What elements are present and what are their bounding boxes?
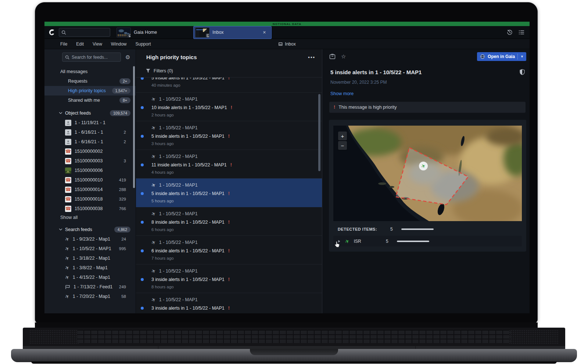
message-row[interactable]: ✈1 - 10/5/22 - MAP1 3 inside alerts in 1…: [136, 293, 322, 313]
jet-icon: ✈: [150, 239, 157, 246]
notional-data-banner: NOTIONAL DATA: [44, 22, 530, 26]
jet-icon: ✈: [64, 255, 70, 262]
isr-jet-icon: ✈: [344, 238, 350, 245]
object-feed-item[interactable]: ☎15100000014288: [44, 185, 136, 194]
unread-dot: [141, 249, 144, 252]
object-feed-item[interactable]: ☎15100000018329: [44, 194, 136, 204]
message-row[interactable]: ✈1 - 10/5/22 - MAP1 6 inside alerts in 1…: [136, 236, 322, 264]
top-tab-bar: Gaia Home Inbox ✕: [44, 26, 530, 39]
message-row[interactable]: ✈1 - 10/5/22 - MAP1 11 inside alerts in …: [136, 150, 322, 179]
search-placeholder: Search for feeds...: [72, 55, 108, 60]
count-badge: 109,574: [110, 110, 130, 116]
tab-inbox[interactable]: Inbox ✕: [193, 26, 272, 39]
sidebar-item-requests[interactable]: Requests2+: [44, 76, 136, 86]
feed-icon: [65, 285, 70, 289]
object-feed-item[interactable]: 1 - 11/19/21 - 1: [44, 118, 136, 127]
zoom-out-button[interactable]: −: [338, 141, 347, 150]
laptop-lid: NOTIONAL DATA Gaia H: [35, 2, 538, 323]
priority-mark: !: [228, 220, 230, 225]
isr-row[interactable]: ✈ ISR 5: [333, 236, 522, 246]
menu-edit[interactable]: Edit: [76, 42, 84, 47]
priority-mark: !: [231, 105, 232, 110]
jet-icon: ✈: [150, 210, 157, 217]
satellite-map[interactable]: ✈ + −: [333, 126, 522, 221]
jet-icon: ✈: [150, 268, 157, 274]
sidebar-item-all-messages[interactable]: All messages: [44, 67, 136, 76]
object-feed-item[interactable]: ☎15100000038766: [44, 204, 136, 213]
message-title: 5 inside alerts in 1 - 10/5/22 - MAP1: [330, 69, 422, 75]
star-icon[interactable]: ☆: [341, 53, 346, 60]
object-feed-item[interactable]: 1 - 6/16/21 - 12: [44, 127, 136, 137]
unread-dot: [141, 78, 144, 80]
unread-dot: [141, 163, 144, 166]
menu-support[interactable]: Support: [136, 42, 151, 47]
chevron-down-icon[interactable]: ▼: [520, 55, 524, 58]
object-feed-item[interactable]: ☎15100000010419: [44, 175, 136, 185]
search-feed-item[interactable]: ✈1 - 4/15/22 - Map1: [44, 273, 136, 282]
close-tab-icon[interactable]: ✕: [261, 29, 268, 36]
breadcrumb: Inbox: [278, 42, 295, 47]
message-row[interactable]: ✈1 - 10/5/22 - MAP1 10 inside alerts in …: [136, 93, 322, 121]
message-list-scrollbar[interactable]: [318, 94, 320, 171]
filters-bar[interactable]: Filters (0): [136, 65, 322, 78]
detected-items-row: DETECTED ITEMS: 5: [338, 227, 522, 232]
zoom-in-button[interactable]: +: [338, 131, 347, 140]
search-feed-item[interactable]: ✈1 - 9/23/22 - Map124: [44, 234, 136, 244]
message-row[interactable]: ✈1 - 10/5/22 - MAP1 3 inside alerts in 1…: [136, 264, 322, 293]
object-feed-item[interactable]: 15100000006: [44, 166, 136, 175]
search-feed-item[interactable]: ✈1 - 3/18/22 - Map1: [44, 253, 136, 263]
more-options-icon[interactable]: •••: [308, 54, 315, 60]
open-in-gaia-button[interactable]: Open in Gaia ▼: [477, 52, 526, 61]
section-object-feeds[interactable]: Object feeds 109,574: [44, 108, 136, 118]
gaia-logo-icon: [48, 28, 56, 36]
phone-icon: ☎: [65, 187, 71, 193]
unread-dot: [141, 307, 144, 310]
search-feed-item[interactable]: ✈1 - 7/20/22 - Map158: [44, 292, 136, 301]
search-feed-item[interactable]: ✈1 - 3/8/22 - Map1: [44, 263, 136, 273]
message-row[interactable]: ✈1 - 10/5/22 - MAP1 5 inside alerts in 1…: [136, 121, 322, 150]
object-feed-item[interactable]: ☎151000000033: [44, 156, 136, 166]
priority-mark: !: [230, 162, 232, 167]
search-feeds-input[interactable]: Search for feeds...: [62, 53, 121, 62]
list-menu-icon[interactable]: [519, 30, 524, 35]
object-feed-item[interactable]: 1 - 6/16/21 - 12: [44, 137, 136, 147]
history-icon[interactable]: [507, 29, 513, 35]
person-icon: [65, 139, 71, 145]
show-all-link[interactable]: Show all: [44, 213, 136, 221]
search-feed-item[interactable]: 1 - 7/13/22 - Feed1249: [44, 282, 136, 292]
menu-window[interactable]: Window: [111, 42, 127, 47]
sidebar-scrollbar[interactable]: [133, 66, 135, 188]
menu-file[interactable]: File: [60, 42, 67, 47]
shield-icon[interactable]: [520, 69, 525, 76]
object-feed-item[interactable]: ☎15100000002: [44, 147, 136, 156]
show-more-link[interactable]: Show more: [330, 91, 530, 96]
filter-icon: [146, 69, 150, 73]
menu-bar: File Edit View Window Support Inbox: [44, 39, 530, 49]
search-icon: [65, 55, 69, 60]
jet-icon: ✈: [150, 182, 157, 188]
message-row[interactable]: 5 inside alerts in 1 - 10/5/22 - MAP1! 4…: [136, 78, 322, 93]
person-icon: [65, 129, 71, 136]
count-badge: 2+: [119, 78, 130, 84]
laptop-mockup: NOTIONAL DATA Gaia H: [0, 0, 588, 364]
priority-mark: !: [228, 306, 230, 311]
section-search-feeds[interactable]: Search feeds 4,862: [44, 225, 136, 234]
message-list-panel: High priority topics ••• Filters (0) 5 i…: [136, 49, 322, 313]
speaker-grille: [29, 330, 79, 344]
message-row[interactable]: ✈1 - 10/5/22 - MAP1 8 inside alerts in 1…: [136, 207, 322, 236]
sidebar-item-shared-with-me[interactable]: Shared with me8+: [44, 95, 136, 105]
phone-icon: ☎: [65, 206, 71, 212]
jet-icon: ✈: [64, 245, 70, 252]
sidebar-item-high-priority-topics[interactable]: High priority topics1,547+: [44, 86, 136, 95]
global-search-input[interactable]: [59, 28, 110, 37]
jet-icon: ✈: [150, 96, 157, 102]
map-card: ✈ + − DETECTED ITEMS: 5: [329, 120, 526, 252]
gear-icon[interactable]: ⚙: [125, 54, 130, 61]
search-feed-item[interactable]: ✈1 - 10/5/22 - MAP1995: [44, 244, 136, 253]
priority-mark: !: [228, 134, 230, 139]
menu-view[interactable]: View: [93, 42, 102, 47]
tab-gaia-home[interactable]: Gaia Home: [115, 26, 193, 39]
archive-icon[interactable]: [329, 54, 336, 60]
jet-icon: ✈: [150, 153, 157, 160]
message-row-selected[interactable]: ✈1 - 10/5/22 - MAP1 5 inside alerts in 1…: [136, 179, 322, 207]
